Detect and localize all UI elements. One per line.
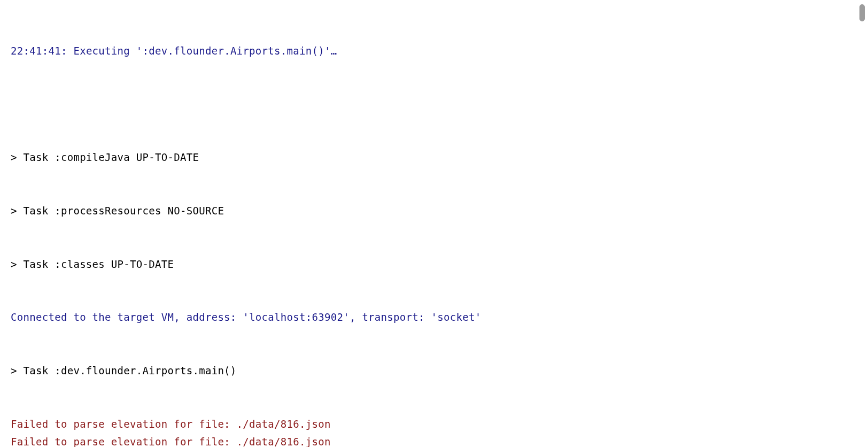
blank-line xyxy=(11,95,857,113)
console-output[interactable]: 22:41:41: Executing ':dev.flounder.Airpo… xyxy=(11,6,857,447)
executing-header: 22:41:41: Executing ':dev.flounder.Airpo… xyxy=(11,42,857,60)
task-compile-java: > Task :compileJava UP-TO-DATE xyxy=(11,149,857,166)
error-lines-container: Failed to parse elevation for file: ./da… xyxy=(11,415,857,447)
vertical-scrollbar[interactable] xyxy=(859,4,865,21)
timestamp: 22:41:41 xyxy=(11,45,61,57)
task-main: > Task :dev.flounder.Airports.main() xyxy=(11,362,857,380)
vm-connection-info: Connected to the target VM, address: 'lo… xyxy=(11,309,857,326)
error-line: Failed to parse elevation for file: ./da… xyxy=(11,415,857,433)
executing-command: Executing ':dev.flounder.Airports.main()… xyxy=(73,45,337,57)
task-classes: > Task :classes UP-TO-DATE xyxy=(11,256,857,273)
task-process-resources: > Task :processResources NO-SOURCE xyxy=(11,202,857,220)
error-line: Failed to parse elevation for file: ./da… xyxy=(11,433,857,447)
